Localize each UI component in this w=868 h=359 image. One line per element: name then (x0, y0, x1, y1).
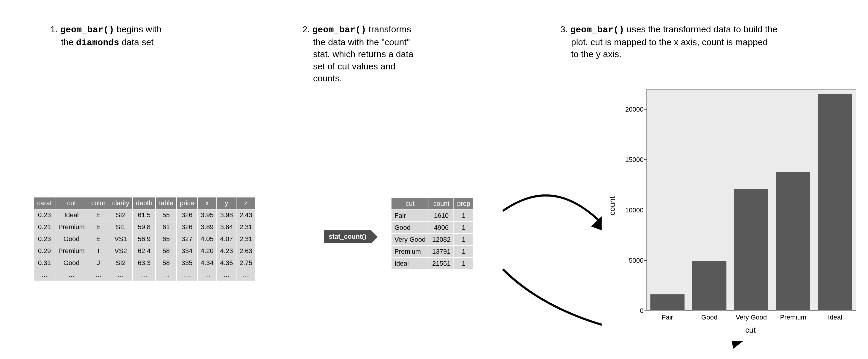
cell: 58 (156, 245, 177, 257)
cell: 59.8 (133, 221, 156, 233)
cell: Good (392, 222, 429, 234)
cell: 2.43 (236, 209, 255, 221)
cell: 334 (177, 245, 197, 257)
bar-premium (776, 172, 810, 311)
y-tick-mark (644, 159, 647, 160)
cell: 326 (177, 221, 197, 233)
cell: 21551 (429, 258, 454, 269)
y-tick-label: 5000 (617, 257, 644, 264)
step2-line3: stat, which returns a data (302, 48, 458, 60)
count-col-cut: cut (392, 198, 429, 210)
cell: 1610 (429, 210, 454, 222)
cell: E (88, 233, 109, 245)
step3-num: 3. (560, 24, 570, 34)
bar-chart: count 05000100001500020000 FairGoodVery … (601, 84, 862, 341)
step1-num: 1. (50, 24, 60, 34)
step1-text-b: the (61, 37, 76, 47)
bar-fair (650, 294, 685, 311)
cell: 3.98 (217, 209, 236, 221)
table-row: 0.29PremiumIVS262.4583344.204.232.63 (34, 245, 255, 257)
x-tick-label: Good (688, 314, 730, 321)
cell: 3.89 (197, 221, 217, 233)
cell: 0.31 (34, 257, 55, 269)
step2-line2: the data with the "count" (302, 36, 458, 48)
cell: 63.3 (133, 257, 156, 269)
cell: 12082 (429, 234, 454, 246)
step1-text-a: begins with (114, 24, 161, 34)
cell: VS1 (109, 233, 133, 245)
step2-text-a: transforms (366, 24, 411, 34)
cell: Good (55, 257, 88, 269)
count-table: cutcountprop Fair16101Good49061Very Good… (392, 198, 473, 269)
cell: 13791 (429, 246, 454, 258)
cell: SI2 (109, 209, 133, 221)
cell: VS2 (109, 245, 133, 257)
cell: 2.75 (236, 257, 255, 269)
bar-ideal (818, 94, 852, 311)
pill-label: stat_count() (329, 233, 366, 240)
cell: … (156, 269, 177, 281)
step2-fn: geom_bar() (312, 25, 366, 35)
cell: 62.4 (133, 245, 156, 257)
table-row: 0.31GoodJSI263.3583354.344.352.75 (34, 257, 255, 269)
table-row: ………………………… (34, 269, 255, 281)
cell: … (55, 269, 88, 281)
diamonds-col-cut: cut (55, 197, 88, 209)
cell: SI1 (109, 221, 133, 233)
cell: 4.20 (197, 245, 217, 257)
step3-caption: 3. geom_bar() uses the transformed data … (560, 23, 830, 60)
stat-count-pill: stat_count() (324, 230, 371, 243)
cell: Ideal (392, 258, 429, 269)
count-col-count: count (429, 198, 454, 210)
step2-num: 2. (302, 24, 312, 34)
cell: 65 (156, 233, 177, 245)
cell: 55 (156, 209, 177, 221)
cell: Ideal (55, 209, 88, 221)
cell: 326 (177, 209, 197, 221)
cell: 2.31 (236, 233, 255, 245)
cell: 0.29 (34, 245, 55, 257)
cell: … (88, 269, 109, 281)
step2-line5: counts. (302, 72, 458, 85)
diamonds-col-carat: carat (34, 197, 55, 209)
diamonds-col-z: z (236, 197, 255, 209)
cell: Premium (55, 221, 88, 233)
cell: 2.63 (236, 245, 255, 257)
table-row: Ideal215511 (392, 258, 473, 269)
cell: 1 (454, 234, 473, 246)
cell: 56.9 (133, 233, 156, 245)
cell: E (88, 209, 109, 221)
step1-caption: 1. geom_bar() begins with the diamonds d… (50, 23, 206, 49)
x-axis-title: cut (745, 326, 756, 335)
x-tick-label: Ideal (814, 314, 856, 321)
diamonds-table: caratcutcolorclaritydepthtablepricexyz 0… (34, 197, 255, 281)
diamonds-col-depth: depth (133, 197, 156, 209)
cell: … (177, 269, 197, 281)
cell: … (236, 269, 255, 281)
cell: 4.07 (217, 233, 236, 245)
step3-line2: plot. cut is mapped to the x axis, count… (560, 36, 830, 48)
cell: … (133, 269, 156, 281)
x-tick-label: Fair (647, 314, 688, 321)
cell: 0.23 (34, 209, 55, 221)
y-tick-label: 0 (617, 307, 644, 315)
diamonds-col-y: y (217, 197, 236, 209)
y-axis-title: count (608, 196, 617, 216)
cell: 4.34 (197, 257, 217, 269)
step2-caption: 2. geom_bar() transforms the data with t… (302, 23, 458, 85)
diamonds-col-color: color (88, 197, 109, 209)
cell: 1 (454, 258, 473, 269)
cell: 4.35 (217, 257, 236, 269)
cell: 0.21 (34, 221, 55, 233)
y-tick-mark (644, 311, 647, 311)
y-tick-label: 20000 (617, 106, 644, 113)
cell: Premium (55, 245, 88, 257)
table-row: Premium137911 (392, 246, 473, 258)
cell: 0.23 (34, 233, 55, 245)
y-tick-label: 15000 (617, 156, 644, 164)
cell: … (34, 269, 55, 281)
diamonds-col-price: price (177, 197, 197, 209)
table-row: Fair16101 (392, 210, 473, 222)
cell: E (88, 221, 109, 233)
table-row: 0.21PremiumESI159.8613263.893.842.31 (34, 221, 255, 233)
